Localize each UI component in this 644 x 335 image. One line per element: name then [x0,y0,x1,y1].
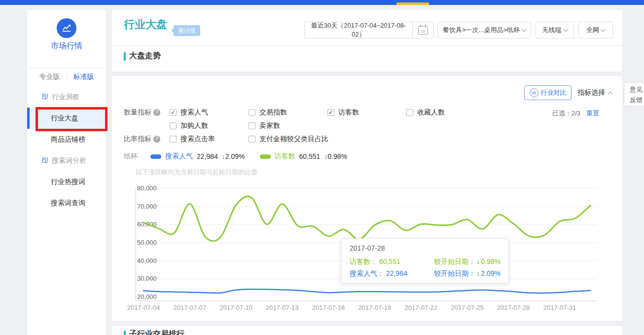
edition-tab[interactable]: 专业版 [39,73,60,81]
legend-label: 访客数 [275,152,295,161]
calendar-button[interactable]: 15 [412,22,433,38]
tooltip-row: 访客数： 60,551较开始日期：↓0.98% [350,256,501,267]
chart-tooltip-rows: 访客数： 60,551较开始日期：↓0.98%搜索人气： 22,984较开始日期… [350,256,501,279]
page-header: 行业大盘 累计值 最近30天（2017-07-04~2017-08-02） 15… [112,10,622,45]
help-icon[interactable]: ? [153,136,160,143]
metric-label: 支付金额较父类目占比 [259,135,328,144]
checkbox-unchecked[interactable] [170,122,177,129]
trend-panel: vs 行业对比 指标选择 数量指标 ? 比率指标 ? 已选：2/3 重置 纸杯 … [112,76,622,321]
chart-tooltip: 2017-07-28 访客数： 60,551较开始日期：↓0.98%搜索人气： … [341,238,509,283]
metric-checkbox[interactable]: 加购人数 [170,121,208,130]
metric-checkbox[interactable]: 收藏人数 [406,108,445,117]
top-nav-active-indicator [396,2,429,5]
svg-text:2017-07-31: 2017-07-31 [543,304,576,311]
help-icon[interactable]: ? [153,109,160,116]
ledger-icon [42,93,48,101]
industry-compare-button[interactable]: vs 行业对比 [524,85,572,100]
feedback-button[interactable]: 意见反馈 [624,82,644,107]
industry-compare-label: 行业对比 [541,88,567,97]
metric-checkbox[interactable]: ✓搜索人气 [170,108,208,117]
checkbox-unchecked[interactable] [249,136,255,143]
checkbox-checked[interactable]: ✓ [327,109,334,116]
chart-note: 以下涨跌幅均为当前日期与起始日期的比值 [136,168,257,177]
svg-text:2017-07-04: 2017-07-04 [127,304,160,311]
trend-chart-icon [57,18,76,38]
svg-text:2017-07-16: 2017-07-16 [312,304,345,311]
metric-checkbox[interactable]: 支付金额较父类目占比 [249,135,328,144]
metric-checkbox[interactable]: 卖家数 [249,121,280,130]
legend-item[interactable]: 访客数60,551↓0.98% [260,152,348,161]
legend-label: 搜索人气 [165,152,193,161]
down-arrow-icon: ↓ [476,258,480,265]
tooltip-date: 2017-07-28 [350,244,501,252]
metric-select-toggle[interactable]: 指标选择 [577,88,612,98]
quantity-metric-label: 数量指标 ? [124,108,160,117]
checkbox-checked[interactable]: ✓ [170,109,177,116]
svg-text:2017-07-19: 2017-07-19 [358,304,392,311]
selected-count-row: 已选：2/3 重置 [552,109,599,118]
metric-checkbox[interactable]: 搜索点击率 [170,135,215,144]
ledger-icon [42,157,48,165]
metric-label: 加购人数 [180,121,208,130]
legend-item[interactable]: 搜索人气22,984↓2.09% [150,152,245,161]
sidebar-item[interactable]: 行业热搜词 [27,171,106,192]
down-arrow-icon: ↓ [476,269,480,277]
chevron-down-icon [522,27,527,32]
metric-checkbox[interactable]: ✓访客数 [327,108,359,117]
terminal-select[interactable]: 无线端 [536,22,574,38]
sidebar-group-label: 行业洞察 [27,86,106,108]
sidebar-item[interactable]: 行业大盘 [27,108,106,129]
legend-marker [150,154,161,159]
section-header: 大盘走势 [112,46,622,72]
sidebar-item[interactable]: 商品店铺榜 [27,129,106,150]
svg-text:50,000: 50,000 [137,239,157,246]
sidebar-menu: 行业洞察行业大盘商品店铺榜搜索词分析行业热搜词搜索词查询 [27,86,106,214]
chart-legend: 纸杯 搜索人气22,984↓2.09%访客数60,551↓0.98% [124,152,362,161]
svg-text:2017-07-22: 2017-07-22 [404,304,437,311]
vs-icon: vs [530,88,538,97]
tooltip-row: 搜索人气： 22,984较开始日期：↓2.09% [350,267,501,279]
tooltip-metric: 访客数： 60,551 [350,256,400,267]
chevron-up-icon [608,91,613,96]
down-arrow-icon: ↓ [222,152,225,160]
svg-text:2017-07-07: 2017-07-07 [174,304,207,311]
sidebar-divider [27,68,106,68]
date-range-text: 最近30天（2017-07-04~2017-08-02） [305,21,412,39]
svg-text:20,000: 20,000 [137,293,157,300]
reset-link[interactable]: 重置 [586,109,599,118]
metric-label: 收藏人数 [417,108,445,117]
legend-change-value: 2.09% [225,152,245,160]
sidebar-group-text: 搜索词分析 [52,156,86,165]
legend-category: 纸杯 [124,152,138,161]
sidebar-item[interactable]: 搜索词查询 [27,192,106,214]
metric-label: 卖家数 [259,121,280,130]
svg-text:2017-07-13: 2017-07-13 [266,304,299,311]
terminal-select-value: 无线端 [542,26,562,35]
sidebar-group-label: 搜索词分析 [27,150,106,171]
checkbox-unchecked[interactable] [249,109,255,116]
legend-change-value: 0.98% [327,152,347,160]
sidebar-brand-title: 市场行情 [27,41,106,51]
metric-label: 搜索人气 [180,108,208,117]
edition-tab[interactable]: 标准版 [73,73,94,81]
checkbox-unchecked[interactable] [249,122,255,129]
section-title: 大盘走势 [129,51,161,61]
page-title: 行业大盘 [124,17,167,32]
ratio-metric-label: 比率指标 ? [124,135,160,144]
checkbox-unchecked[interactable] [406,109,413,116]
tooltip-compare-label: 较开始日期： [434,258,475,265]
selected-count: 已选：2/3 [552,109,580,118]
chevron-down-icon [563,27,568,32]
section-accent-bar [124,52,126,61]
cumulative-badge: 累计值 [174,25,200,36]
legend-change: ↓2.09% [222,152,245,160]
date-range-picker[interactable]: 最近30天（2017-07-04~2017-08-02） 15 [304,22,433,38]
checkbox-unchecked[interactable] [170,136,177,143]
scope-select[interactable]: 全网 [578,22,613,38]
svg-text:2017-07-10: 2017-07-10 [219,304,252,311]
calendar-icon: 15 [418,26,428,35]
category-select[interactable]: 餐饮具>一次...桌用品>纸杯 [437,22,531,38]
metric-checkbox[interactable]: 交易指数 [249,108,287,117]
legend-change: ↓0.98% [324,152,347,160]
legend-marker [260,154,271,159]
